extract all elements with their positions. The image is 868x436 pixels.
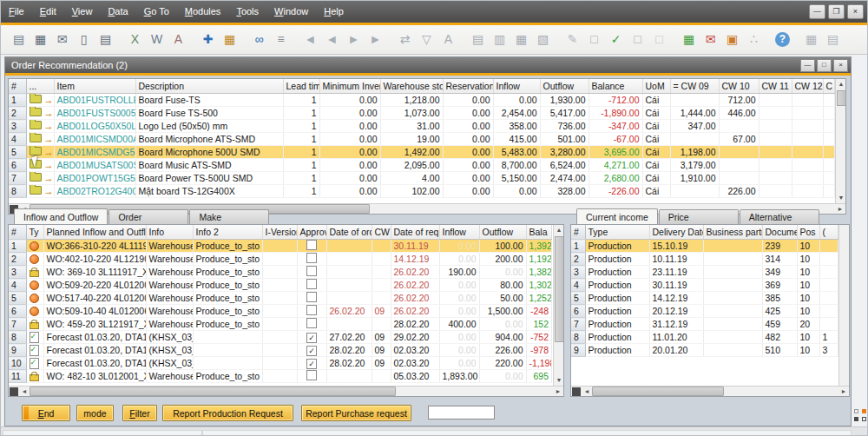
col-info[interactable]: Info [146, 225, 193, 240]
scroll-left-icon[interactable]: ◄ [582, 386, 592, 397]
cell-item-code[interactable]: ABD01MICSMD00ATS [54, 133, 135, 146]
col-outflow[interactable]: Outflow [540, 79, 589, 94]
cell-balance[interactable]: 2,680.00 [589, 172, 642, 185]
cell-uom[interactable]: Cái [642, 146, 670, 159]
income-row[interactable]: 5 Production 14.12.19 385 10 [571, 292, 838, 305]
cell-business-partner[interactable] [703, 266, 762, 279]
cell-cw[interactable] [372, 318, 391, 331]
cell-balance[interactable]: 695 [526, 370, 552, 383]
cell-business-partner[interactable] [703, 344, 762, 357]
cell-inflow[interactable]: 0.00 [493, 185, 540, 198]
cell-info2[interactable]: Produce_to_sto [193, 305, 262, 318]
cell-uom[interactable]: Cái [642, 94, 670, 107]
cell-extra[interactable] [819, 240, 838, 253]
previous-record-icon[interactable]: ◄ [324, 31, 340, 48]
cell-cw11[interactable] [759, 107, 792, 120]
row-number[interactable]: 6 [9, 305, 26, 318]
row-number[interactable]: 4 [571, 279, 585, 292]
approved-checkbox[interactable] [306, 318, 317, 328]
row-number[interactable]: 3 [9, 266, 26, 279]
item-row[interactable]: 3 → ABD01LOG50X50LED Logo Led (50x50) mm… [9, 120, 835, 133]
cell-cw[interactable] [372, 240, 391, 253]
cell-reservation[interactable]: 0.00 [443, 159, 493, 172]
cell-item-code[interactable]: ABD02TRO12G400X [54, 185, 135, 198]
cell-cw09[interactable]: 1,444.00 [670, 107, 719, 120]
mode-button[interactable]: mode [76, 405, 114, 421]
col-cw13[interactable]: C [823, 79, 835, 94]
cell-outflow[interactable]: 200.00 [479, 253, 526, 266]
cell-date-of-require[interactable]: 14.12.19 [391, 253, 439, 266]
cell-date-of-order[interactable] [326, 318, 372, 331]
item-row[interactable]: 6 → ABD01MUSATS00SM Board Music ATS-SMD … [9, 159, 835, 172]
grid-sizer[interactable] [572, 387, 581, 396]
cell-info2[interactable]: Produce_to_sto [193, 253, 262, 266]
mailbox-icon[interactable]: ✉ [702, 31, 719, 48]
cell-info[interactable]: (KHSX_03_202 [146, 331, 193, 344]
cell-info2[interactable] [193, 331, 262, 344]
cell-type[interactable]: Production [585, 279, 649, 292]
income-row[interactable]: 7 Production 31.12.19 459 20 [571, 318, 838, 331]
cell-lead-time[interactable]: 1 [283, 159, 319, 172]
cell-outflow[interactable]: 226.00 [479, 344, 526, 357]
folder-icon[interactable] [30, 121, 42, 129]
cell-inflow[interactable]: 400.00 [439, 318, 479, 331]
cell-cw11[interactable] [759, 159, 792, 172]
cell-lead-time[interactable]: 1 [283, 172, 319, 185]
flow-row[interactable]: 6 WO:509-10-40 4L012006_X.A Warehouse Pr… [9, 305, 552, 318]
cell-pos[interactable]: 10 [797, 279, 819, 292]
tab[interactable]: Inflow and Outflow [14, 208, 108, 224]
close-button[interactable]: × [847, 4, 864, 19]
cell-warehouse-stock[interactable]: 1,073.00 [380, 107, 443, 120]
cell-description[interactable]: Logo Led (50x50) mm [135, 120, 283, 133]
cell-approved[interactable] [297, 240, 326, 253]
item-row[interactable]: 5 → ABD01MICSMDG500L Board Microphone 50… [9, 146, 835, 159]
cell-reservation[interactable]: 0.00 [443, 120, 493, 133]
cell-inflow[interactable]: 0.00 [439, 344, 479, 357]
email-icon[interactable]: ✉ [54, 31, 70, 48]
cell-iversion[interactable] [262, 344, 297, 357]
cell-type[interactable]: Production [585, 344, 649, 357]
cell-balance[interactable]: -248 [526, 305, 552, 318]
find-icon[interactable]: ∞ [251, 31, 267, 48]
cell-item-code[interactable]: ABD01FUSTS000500 [54, 107, 135, 120]
cell-outflow[interactable]: 0.00 [479, 266, 526, 279]
cell-outflow[interactable]: 736.00 [540, 120, 589, 133]
cell-min-inventory[interactable]: 0.00 [319, 120, 380, 133]
cell-outflow[interactable]: 5,417.00 [540, 107, 589, 120]
cell-type[interactable]: Production [585, 318, 649, 331]
cell-delivery-date[interactable]: 15.10.19 [649, 240, 703, 253]
end-button[interactable]: End [22, 405, 70, 421]
approved-checkbox[interactable] [306, 346, 317, 356]
cell-item-code[interactable]: ABD01POWT15G500 [54, 172, 135, 185]
cell-cw[interactable]: 09 [372, 357, 391, 370]
cell-business-partner[interactable] [703, 292, 762, 305]
col-item[interactable]: Item [54, 79, 135, 94]
cell-extra[interactable] [819, 266, 838, 279]
approved-checkbox[interactable] [306, 292, 317, 302]
cell-inflow[interactable]: 415.00 [493, 133, 540, 146]
folder-icon[interactable] [30, 108, 42, 116]
cell-inflow[interactable]: 0.00 [439, 279, 479, 292]
refresh-icon[interactable]: ⇄ [397, 31, 413, 48]
row-number[interactable]: 1 [9, 94, 26, 107]
menu-item[interactable]: Tools [228, 1, 266, 23]
cell-date-of-require[interactable]: 26.02.20 [391, 292, 439, 305]
cell-planned[interactable]: WO: 369-10 3L111917_X.am [43, 266, 146, 279]
cell-uom[interactable]: Cái [642, 159, 670, 172]
cell-outflow[interactable]: 80.00 [479, 279, 526, 292]
cell-cw10[interactable] [719, 172, 759, 185]
cell-cw10[interactable] [719, 159, 759, 172]
cell-date-of-require[interactable]: 28.02.20 [391, 318, 439, 331]
tab[interactable]: Make [189, 209, 269, 224]
cell-item-code[interactable]: ABD01MICSMDG500L [54, 146, 135, 159]
cell-info[interactable]: Warehouse [146, 266, 193, 279]
cell-cw[interactable]: 09 [372, 331, 391, 344]
cell-date-of-require[interactable]: 26.02.20 [391, 305, 439, 318]
cell-balance[interactable]: -1,890.00 [589, 107, 642, 120]
cell-date-of-order[interactable] [326, 279, 372, 292]
help-icon[interactable]: ? [775, 32, 790, 47]
cell-iversion[interactable] [262, 253, 297, 266]
cell-info[interactable]: Warehouse [146, 305, 193, 318]
first-record-icon[interactable]: ◄ [302, 31, 319, 48]
cell-extra[interactable] [819, 292, 838, 305]
